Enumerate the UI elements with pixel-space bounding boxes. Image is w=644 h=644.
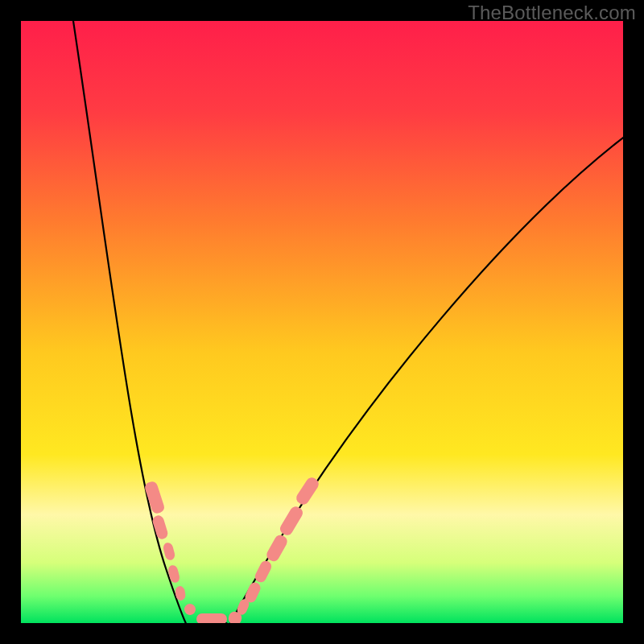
plot-area — [21, 21, 623, 623]
curve-left-branch — [73, 21, 202, 623]
bead-marker — [184, 603, 196, 615]
bead-marker — [278, 505, 304, 538]
bead-marker — [294, 476, 320, 507]
bead-marker — [196, 613, 227, 623]
watermark-text: TheBottleneck.com — [468, 2, 636, 24]
bead-marker — [253, 559, 273, 584]
curve-right-branch — [224, 138, 623, 623]
bead-marker — [265, 533, 289, 563]
bead-marker — [162, 542, 175, 561]
chart-frame: TheBottleneck.com — [0, 0, 644, 644]
bead-markers — [143, 476, 320, 623]
bottleneck-curve — [21, 21, 623, 623]
